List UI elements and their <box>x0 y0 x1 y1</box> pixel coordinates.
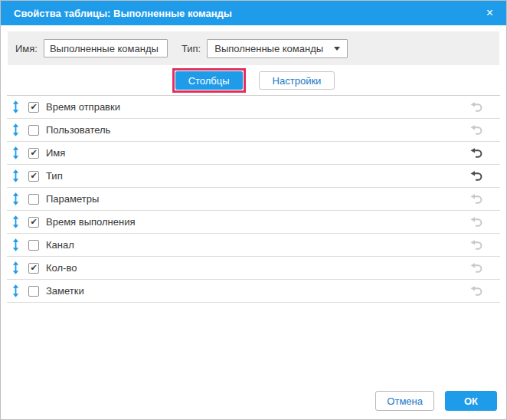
undo-icon <box>470 240 483 251</box>
column-label: Время выполнения <box>46 216 135 228</box>
tab-columns[interactable]: Столбцы <box>175 71 243 90</box>
column-checkbox[interactable]: ✔ <box>28 263 39 274</box>
undo-icon <box>470 194 483 205</box>
undo-icon <box>470 263 483 274</box>
undo-icon <box>470 286 483 297</box>
close-icon[interactable]: × <box>484 5 496 21</box>
drag-handle-icon[interactable] <box>11 146 20 159</box>
column-label: Имя <box>46 147 65 159</box>
ok-button[interactable]: ОК <box>445 391 497 411</box>
undo-icon <box>470 217 483 228</box>
column-checkbox[interactable] <box>28 194 39 205</box>
name-label: Имя: <box>15 43 38 54</box>
dialog-titlebar: Свойства таблицы: Выполненные команды × <box>1 1 506 25</box>
column-checkbox[interactable]: ✔ <box>28 217 39 228</box>
column-label: Заметки <box>46 285 84 297</box>
column-row: Канал <box>7 234 500 257</box>
dialog-footer: Отмена ОК <box>375 391 497 411</box>
column-checkbox[interactable] <box>28 240 39 251</box>
table-properties-dialog: Свойства таблицы: Выполненные команды × … <box>0 0 507 420</box>
annotation-highlight-box: Столбцы <box>172 68 246 93</box>
type-dropdown-value: Выполненные команды <box>214 43 329 54</box>
column-checkbox[interactable]: ✔ <box>28 148 39 159</box>
column-checkbox[interactable]: ✔ <box>28 171 39 182</box>
column-row: ✔ Время отправки <box>7 96 500 119</box>
column-checkbox[interactable] <box>28 125 39 136</box>
drag-handle-icon[interactable] <box>11 238 20 251</box>
column-row: Заметки <box>7 280 500 303</box>
column-row: ✔ Кол-во <box>7 257 500 280</box>
column-label: Пользователь <box>46 124 110 136</box>
table-properties-form: Имя: Тип: Выполненные команды <box>8 31 499 65</box>
column-row: ✔ Имя <box>7 142 500 165</box>
column-checkbox[interactable]: ✔ <box>28 102 39 113</box>
column-row: Пользователь <box>7 119 500 142</box>
undo-icon[interactable] <box>470 148 483 159</box>
column-checkbox[interactable] <box>28 286 39 297</box>
column-label: Тип <box>46 170 63 182</box>
tab-bar: Столбцы Настройки <box>1 67 506 94</box>
name-input[interactable] <box>44 39 168 57</box>
tab-settings[interactable]: Настройки <box>259 71 335 90</box>
dialog-title: Свойства таблицы: Выполненные команды <box>14 8 232 19</box>
column-row: ✔ Время выполнения <box>7 211 500 234</box>
column-label: Время отправки <box>46 101 120 113</box>
type-label: Тип: <box>182 43 201 54</box>
drag-handle-icon[interactable] <box>11 169 20 182</box>
drag-handle-icon[interactable] <box>11 100 20 113</box>
column-label: Канал <box>46 239 74 251</box>
cancel-button[interactable]: Отмена <box>375 391 434 411</box>
drag-handle-icon[interactable] <box>11 123 20 136</box>
drag-handle-icon[interactable] <box>11 192 20 205</box>
column-label: Параметры <box>46 193 99 205</box>
column-row: Параметры <box>7 188 500 211</box>
column-label: Кол-во <box>46 262 77 274</box>
undo-icon <box>470 102 483 113</box>
column-row: ✔ Тип <box>7 165 500 188</box>
undo-icon[interactable] <box>470 171 483 182</box>
undo-icon <box>470 125 483 136</box>
columns-list: ✔ Время отправки Пользователь <box>7 96 500 303</box>
drag-handle-icon[interactable] <box>11 215 20 228</box>
type-dropdown[interactable]: Выполненные команды <box>207 39 348 58</box>
drag-handle-icon[interactable] <box>11 284 20 297</box>
dropdown-arrow-icon <box>334 47 340 51</box>
drag-handle-icon[interactable] <box>11 261 20 274</box>
